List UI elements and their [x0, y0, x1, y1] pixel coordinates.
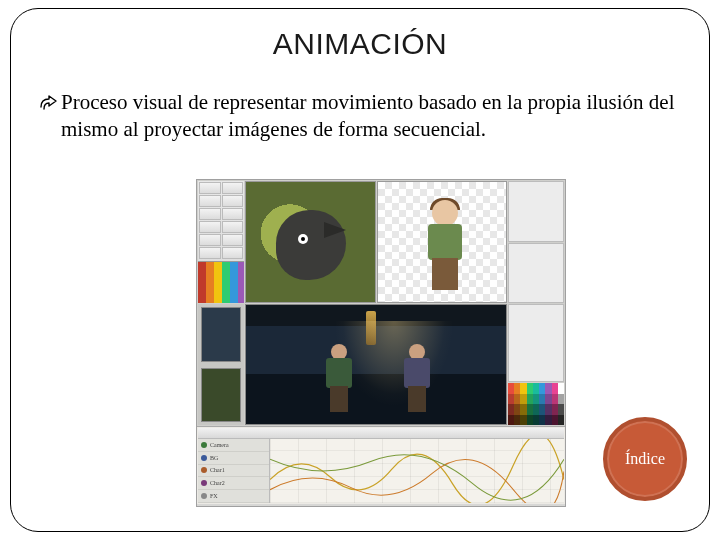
index-badge-link[interactable]: Índice: [603, 417, 687, 501]
canvas-wolf: [245, 181, 376, 303]
color-palette-grid: [508, 383, 564, 425]
slide-body-text: Proceso visual de representar movimiento…: [61, 89, 681, 143]
character-1: [314, 344, 364, 414]
timeline-layer: Char1: [198, 465, 269, 478]
animation-software-screenshot: Camera BG Char1 Char2 FX: [196, 179, 566, 507]
timeline-panel: Camera BG Char1 Char2 FX: [197, 426, 565, 504]
toolbox-panel: [198, 181, 244, 303]
character-2: [392, 344, 442, 414]
timeline-layer: BG: [198, 452, 269, 465]
layer-label: BG: [210, 455, 218, 461]
layer-label: Char1: [210, 467, 225, 473]
layer-label: FX: [210, 493, 218, 499]
slide-title: ANIMACIÓN: [39, 27, 681, 61]
scene-thumbnails: [198, 304, 244, 425]
canvas-boy: [377, 181, 508, 303]
bullet-arrow-icon: [39, 95, 57, 115]
properties-panel: [508, 181, 564, 242]
layers-panel: [508, 243, 564, 304]
wolf-illustration: [254, 192, 374, 296]
slide-frame: ANIMACIÓN Proceso visual de representar …: [10, 8, 710, 532]
main-scene-viewport: [245, 304, 507, 425]
boy-illustration: [412, 198, 482, 294]
inspector-panels: [508, 181, 564, 303]
color-swatch-strip: [198, 261, 244, 303]
timeline-layer-list: Camera BG Char1 Char2 FX: [198, 439, 270, 503]
bullet-item: Proceso visual de representar movimiento…: [39, 89, 681, 143]
timeline-layer: Camera: [198, 439, 269, 452]
index-badge-label: Índice: [625, 450, 665, 468]
timeline-layer: Char2: [198, 477, 269, 490]
timeline-layer: FX: [198, 490, 269, 503]
layer-label: Char2: [210, 480, 225, 486]
editor-mid-row: [197, 304, 565, 426]
thumb-2: [201, 368, 241, 423]
tool-grid: [198, 181, 244, 261]
timeline-curve-area: [270, 439, 564, 503]
layer-label: Camera: [210, 442, 229, 448]
timeline-tracks: Camera BG Char1 Char2 FX: [198, 439, 564, 503]
timeline-header: [198, 428, 564, 439]
transform-panel: [508, 304, 564, 382]
thumb-1: [201, 307, 241, 362]
editor-top-row: [197, 180, 565, 304]
right-panels: [508, 304, 564, 425]
